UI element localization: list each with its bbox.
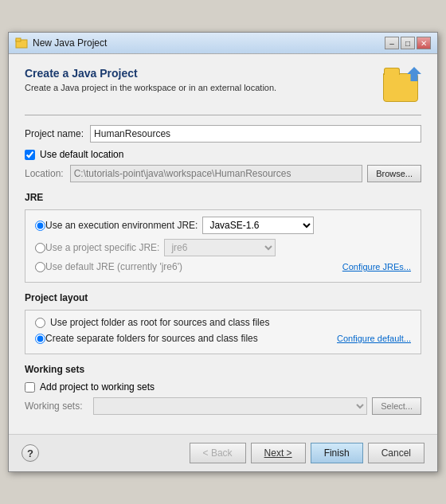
jre-option2-label: Use a project specific JRE: xyxy=(45,242,159,253)
working-sets-section: Working sets Add project to working sets… xyxy=(25,364,421,415)
jre-option3-radio[interactable] xyxy=(35,262,45,272)
select-button[interactable]: Select... xyxy=(372,397,421,415)
default-location-checkbox[interactable] xyxy=(25,150,35,160)
layout-option2-radio[interactable] xyxy=(35,334,45,344)
jre-option1-label: Use an execution environment JRE: xyxy=(45,220,198,231)
jre-option1-row: Use an execution environment JRE: JavaSE… xyxy=(35,217,411,234)
working-sets-row: Working sets: Select... xyxy=(25,397,421,415)
header-divider xyxy=(25,115,421,115)
location-label: Location: xyxy=(25,168,64,179)
jre-section: Use an execution environment JRE: JavaSE… xyxy=(25,209,421,283)
layout-option1-label: Use project folder as root for sources a… xyxy=(50,317,269,328)
jre-option3-row: Use default JRE (currently 'jre6') Confi… xyxy=(35,261,411,272)
page-subtitle: Create a Java project in the workspace o… xyxy=(25,83,276,92)
jre-option1-radio[interactable] xyxy=(35,221,45,231)
layout-option2-label: Create separate folders for sources and … xyxy=(45,333,258,344)
jre-specific-dropdown[interactable]: jre6 jre7 xyxy=(164,239,276,256)
add-working-set-label: Add project to working sets xyxy=(40,381,155,393)
layout-option2-row: Create separate folders for sources and … xyxy=(35,333,411,344)
working-sets-title: Working sets xyxy=(25,364,421,375)
cancel-button[interactable]: Cancel xyxy=(368,443,424,463)
project-name-row: Project name: xyxy=(25,125,421,143)
location-input xyxy=(70,165,362,182)
browse-button[interactable]: Browse... xyxy=(367,165,421,182)
title-bar-left: New Java Project xyxy=(15,37,107,49)
working-sets-label: Working sets: xyxy=(25,400,82,412)
finish-button[interactable]: Finish xyxy=(311,443,363,463)
main-content: Create a Java Project Create a Java proj… xyxy=(9,54,437,434)
svg-rect-1 xyxy=(16,38,21,41)
title-bar-controls: – □ ✕ xyxy=(385,37,431,49)
help-button[interactable]: ? xyxy=(22,444,39,462)
window-title: New Java Project xyxy=(33,37,107,49)
add-working-set-checkbox[interactable] xyxy=(25,382,35,393)
dialog-footer: ? < Back Next > Finish Cancel xyxy=(9,434,437,471)
back-button[interactable]: < Back xyxy=(190,443,246,463)
footer-buttons: < Back Next > Finish Cancel xyxy=(190,443,424,463)
configure-jres-link[interactable]: Configure JREs... xyxy=(342,262,411,272)
jre-section-title: JRE xyxy=(25,192,421,203)
title-bar: New Java Project – □ ✕ xyxy=(9,33,437,54)
close-button[interactable]: ✕ xyxy=(417,37,431,49)
project-layout-title: Project layout xyxy=(25,292,421,303)
header-icon xyxy=(383,67,421,105)
jre-environment-dropdown[interactable]: JavaSE-1.6 JavaSE-1.7 JavaSE-1.8 xyxy=(202,217,314,234)
next-button[interactable]: Next > xyxy=(251,443,306,463)
working-sets-checkbox-row: Add project to working sets xyxy=(25,381,421,393)
window-icon xyxy=(15,37,28,49)
default-location-label[interactable]: Use default location xyxy=(40,149,123,160)
working-sets-dropdown xyxy=(93,397,367,415)
jre-option2-radio[interactable] xyxy=(35,243,45,253)
default-location-row: Use default location xyxy=(25,149,421,160)
page-title: Create a Java Project xyxy=(25,67,276,80)
project-name-label: Project name: xyxy=(25,128,84,139)
maximize-button[interactable]: □ xyxy=(401,37,415,49)
dialog-window: New Java Project – □ ✕ Create a Java Pro… xyxy=(8,32,438,472)
configure-default-link[interactable]: Configure default... xyxy=(337,334,411,343)
minimize-button[interactable]: – xyxy=(385,37,399,49)
jre-option2-row: Use a project specific JRE: jre6 jre7 xyxy=(35,239,411,256)
layout-option1-row: Use project folder as root for sources a… xyxy=(35,317,411,328)
header-area: Create a Java Project Create a Java proj… xyxy=(25,67,421,105)
layout-option1-radio[interactable] xyxy=(35,318,45,328)
project-name-input[interactable] xyxy=(90,125,421,143)
jre-option3-label: Use default JRE (currently 'jre6') xyxy=(45,261,182,272)
project-layout-section: Use project folder as root for sources a… xyxy=(25,310,421,354)
header-text: Create a Java Project Create a Java proj… xyxy=(25,67,276,92)
location-row: Location: Browse... xyxy=(25,165,421,182)
